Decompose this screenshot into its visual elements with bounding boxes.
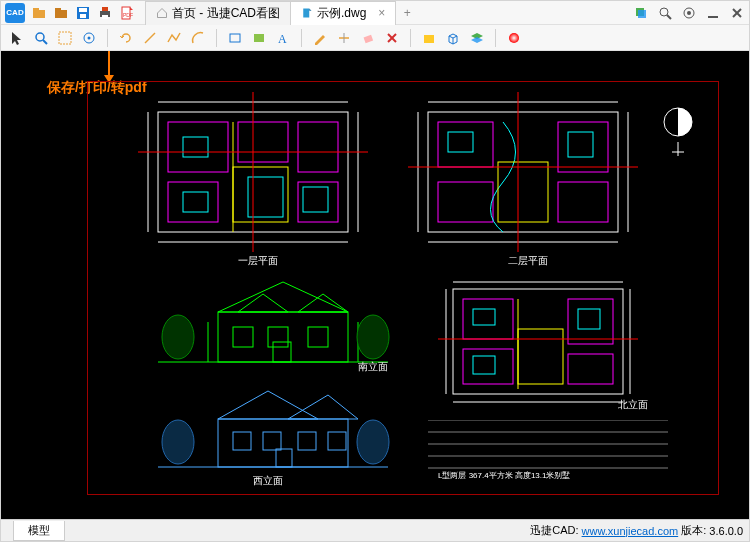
- svg-text:L型两层   367.4平方米   高度13.1米别墅: L型两层 367.4平方米 高度13.1米别墅: [438, 471, 570, 480]
- line-icon[interactable]: [140, 28, 160, 48]
- status-brand: 迅捷CAD:: [530, 523, 578, 538]
- svg-rect-50: [298, 182, 338, 222]
- app-logo: CAD: [5, 3, 25, 23]
- svg-marker-76: [238, 294, 288, 312]
- svg-rect-48: [298, 122, 338, 172]
- floor-plan-1: [138, 92, 368, 252]
- color-wheel-icon[interactable]: [504, 28, 524, 48]
- titlebar: CAD PDF 首页 - 迅捷CAD看图示例.dwg×+: [1, 1, 749, 25]
- tab-label: 首页 - 迅捷CAD看图: [172, 5, 280, 22]
- home-icon: [156, 6, 168, 20]
- svg-rect-80: [308, 327, 328, 347]
- svg-rect-64: [438, 122, 493, 167]
- tab[interactable]: 示例.dwg×: [290, 1, 396, 25]
- svg-rect-102: [463, 299, 513, 339]
- text-icon[interactable]: A: [273, 28, 293, 48]
- tab-bar: 首页 - 迅捷CAD看图示例.dwg×+: [145, 1, 633, 25]
- svg-rect-106: [473, 309, 495, 325]
- svg-point-18: [687, 11, 691, 15]
- tab-add-button[interactable]: +: [395, 1, 419, 25]
- svg-point-95: [162, 420, 194, 464]
- zoom-extents-icon[interactable]: [31, 28, 51, 48]
- svg-line-27: [145, 33, 155, 43]
- block-icon[interactable]: [419, 28, 439, 48]
- svg-rect-66: [438, 182, 493, 222]
- svg-point-96: [357, 420, 389, 464]
- svg-rect-47: [238, 122, 288, 162]
- elev-label-2: 西立面: [253, 474, 283, 488]
- layers-icon[interactable]: [633, 5, 649, 21]
- print-icon[interactable]: [97, 5, 113, 21]
- svg-text:A: A: [278, 32, 287, 46]
- elevation-west: [148, 377, 398, 477]
- svg-rect-104: [463, 349, 513, 384]
- select-window-icon[interactable]: [55, 28, 75, 48]
- svg-marker-75: [218, 282, 348, 312]
- arc-icon[interactable]: [188, 28, 208, 48]
- svg-rect-24: [59, 32, 71, 44]
- fill-icon[interactable]: [249, 28, 269, 48]
- trim-icon[interactable]: [334, 28, 354, 48]
- 3d-box-icon[interactable]: [443, 28, 463, 48]
- open-icon[interactable]: [31, 5, 47, 21]
- svg-rect-9: [102, 15, 108, 19]
- svg-point-15: [660, 8, 668, 16]
- svg-rect-6: [80, 14, 86, 18]
- svg-rect-12: [303, 9, 309, 18]
- elevation-south: [148, 272, 398, 372]
- svg-rect-65: [558, 122, 608, 172]
- svg-rect-67: [558, 182, 608, 222]
- status-url-link[interactable]: www.xunjiecad.com: [582, 525, 679, 537]
- zoom-icon[interactable]: [657, 5, 673, 21]
- pan-icon[interactable]: [79, 28, 99, 48]
- toolbar-separator: [301, 29, 302, 47]
- svg-rect-68: [448, 132, 473, 152]
- drawing-info-table: L型两层 367.4平方米 高度13.1米别墅: [428, 420, 668, 480]
- drawing-frame: 一层平面 二层平面: [87, 81, 719, 495]
- toolbar-separator: [216, 29, 217, 47]
- svg-rect-8: [102, 7, 108, 11]
- floor-plan-3: [438, 274, 638, 409]
- svg-rect-93: [328, 432, 346, 450]
- svg-point-84: [162, 315, 194, 359]
- cursor-icon[interactable]: [7, 28, 27, 48]
- layers-palette-icon[interactable]: [467, 28, 487, 48]
- app-window: CAD PDF 首页 - 迅捷CAD看图示例.dwg×+ A 保存/打印/转pd…: [0, 0, 750, 542]
- toolbar-separator: [107, 29, 108, 47]
- plan-label-1: 一层平面: [238, 254, 278, 268]
- open-folder-icon[interactable]: [53, 5, 69, 21]
- svg-rect-107: [578, 309, 600, 329]
- rotate-icon[interactable]: [116, 28, 136, 48]
- svg-rect-1: [33, 8, 39, 11]
- svg-marker-89: [288, 395, 358, 419]
- svg-rect-103: [568, 299, 613, 344]
- svg-rect-46: [168, 122, 228, 172]
- erase-icon[interactable]: [358, 28, 378, 48]
- settings-icon[interactable]: [681, 5, 697, 21]
- toolbar: A: [1, 25, 749, 51]
- svg-rect-90: [233, 432, 251, 450]
- svg-rect-33: [364, 34, 374, 42]
- svg-point-37: [509, 33, 519, 43]
- elev-label-1: 南立面: [358, 360, 388, 374]
- svg-rect-108: [473, 356, 495, 374]
- plan-label-2: 二层平面: [508, 254, 548, 268]
- svg-rect-79: [268, 327, 288, 347]
- delete-icon[interactable]: [382, 28, 402, 48]
- svg-rect-14: [638, 10, 646, 18]
- close-icon[interactable]: [729, 5, 745, 21]
- polyline-icon[interactable]: [164, 28, 184, 48]
- minimize-icon[interactable]: [705, 5, 721, 21]
- save-icon[interactable]: [75, 5, 91, 21]
- export-pdf-icon[interactable]: PDF: [119, 5, 135, 21]
- svg-text:PDF: PDF: [123, 12, 133, 18]
- edit-icon[interactable]: [310, 28, 330, 48]
- tab[interactable]: 首页 - 迅捷CAD看图: [145, 1, 291, 25]
- drawing-viewport[interactable]: 保存/打印/转pdf: [1, 51, 749, 519]
- rectangle-icon[interactable]: [225, 28, 245, 48]
- svg-rect-97: [453, 289, 623, 394]
- tab-close-icon[interactable]: ×: [378, 6, 385, 20]
- svg-rect-70: [498, 162, 548, 222]
- floor-plan-2: [408, 92, 638, 252]
- model-tab[interactable]: 模型: [13, 521, 65, 541]
